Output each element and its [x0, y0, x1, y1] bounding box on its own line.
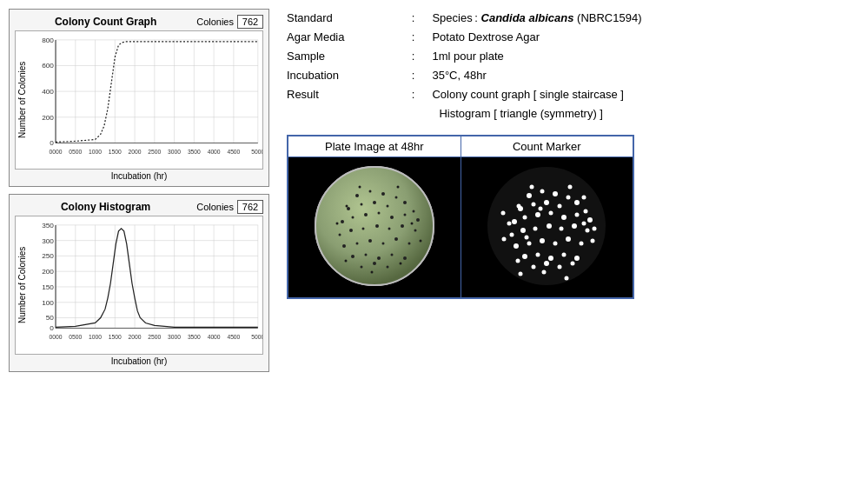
svg-text:1000: 1000 — [89, 334, 102, 340]
right-panel: Standard : Species : Candida albicans (N… — [278, 9, 859, 470]
svg-point-129 — [532, 202, 536, 206]
svg-point-153 — [580, 241, 584, 245]
svg-point-105 — [407, 242, 410, 244]
svg-point-175 — [501, 210, 506, 215]
svg-text:3000: 3000 — [168, 149, 181, 155]
colony-count-value: 762 — [237, 15, 263, 29]
svg-text:0: 0 — [50, 140, 54, 148]
colony-histogram-title: Colony Histogram — [15, 201, 196, 213]
result-line2: Histogram [ triangle (symmetry) ] — [432, 104, 859, 123]
svg-point-109 — [390, 253, 393, 256]
svg-point-169 — [516, 258, 520, 263]
colony-histogram-y-axis-label: Number of Colonies — [16, 216, 29, 354]
svg-point-148 — [514, 243, 519, 249]
colony-count-title: Colony Count Graph — [15, 16, 196, 28]
svg-text:4500: 4500 — [227, 334, 240, 340]
svg-point-90 — [390, 216, 394, 219]
count-marker-header: Count Marker — [461, 136, 633, 157]
svg-text:1000: 1000 — [89, 149, 102, 155]
svg-point-159 — [532, 264, 536, 269]
svg-text:0000: 0000 — [50, 334, 63, 340]
result-colon: : — [412, 85, 433, 123]
plate-image-cell — [288, 156, 461, 298]
svg-point-87 — [351, 216, 354, 218]
svg-point-126 — [553, 191, 558, 196]
info-row-result: Result : Colony count graph [ single sta… — [287, 85, 859, 123]
svg-point-167 — [571, 261, 575, 265]
colony-count-chart-area: Number of Colonies — [15, 30, 263, 170]
sample-label: Sample — [287, 47, 412, 66]
svg-point-170 — [507, 221, 512, 225]
info-row-incubation: Incubation : 35°C, 48hr — [287, 66, 859, 85]
colony-count-svg: 800 600 400 200 0 0000 0500 1000 1500 20… — [29, 31, 262, 169]
standard-label: Standard — [287, 9, 412, 28]
svg-point-96 — [375, 224, 379, 228]
standard-colon: : — [412, 9, 433, 28]
svg-text:400: 400 — [42, 88, 54, 96]
info-row-agar: Agar Media : Potato Dextrose Agar — [287, 28, 859, 47]
svg-point-161 — [558, 264, 562, 269]
svg-point-145 — [560, 226, 564, 230]
colony-histogram-chart-area: Number of Colonies — [15, 216, 263, 355]
svg-point-176 — [502, 236, 507, 241]
svg-point-111 — [360, 265, 362, 268]
svg-text:350: 350 — [42, 222, 54, 230]
svg-point-135 — [523, 215, 527, 219]
svg-text:3000: 3000 — [168, 334, 181, 340]
svg-point-177 — [519, 271, 523, 276]
svg-point-97 — [388, 227, 390, 230]
svg-text:4000: 4000 — [208, 334, 221, 340]
agar-label: Agar Media — [287, 28, 412, 47]
svg-point-88 — [364, 213, 368, 216]
colony-count-colonies-label: Colonies 762 — [196, 15, 263, 29]
svg-point-130 — [544, 200, 549, 205]
svg-text:0: 0 — [50, 325, 54, 333]
svg-text:4500: 4500 — [227, 149, 240, 155]
images-table: Plate Image at 48hr Count Marker — [287, 135, 634, 299]
svg-text:0000: 0000 — [50, 149, 63, 155]
svg-point-122 — [335, 222, 338, 224]
count-marker-svg — [481, 161, 612, 291]
info-row-sample: Sample : 1ml pour plate — [287, 47, 859, 66]
svg-text:0500: 0500 — [69, 334, 82, 340]
svg-point-178 — [565, 276, 569, 280]
svg-point-141 — [510, 232, 514, 236]
svg-point-110 — [403, 256, 407, 260]
svg-point-171 — [539, 206, 543, 210]
svg-point-86 — [341, 220, 344, 223]
svg-point-84 — [403, 201, 407, 204]
svg-point-125 — [540, 189, 545, 193]
svg-text:2000: 2000 — [129, 149, 142, 155]
svg-point-106 — [351, 255, 354, 258]
svg-point-82 — [373, 201, 376, 204]
colony-histogram-box: Colony Histogram Colonies 762 Number of … — [9, 194, 269, 372]
colony-histogram-value: 762 — [237, 200, 263, 214]
svg-text:4000: 4000 — [208, 149, 221, 155]
svg-point-80 — [347, 207, 350, 210]
svg-point-165 — [582, 221, 586, 225]
svg-point-166 — [591, 238, 595, 243]
svg-point-78 — [381, 192, 385, 196]
svg-text:250: 250 — [42, 253, 54, 261]
svg-point-83 — [386, 204, 388, 207]
sample-colon: : — [412, 47, 433, 66]
svg-point-107 — [364, 253, 367, 256]
svg-point-99 — [414, 229, 416, 231]
svg-point-151 — [553, 241, 558, 245]
colony-histogram-chart-inner: 350 300 250 200 150 100 50 0 0000 0500 1… — [29, 216, 262, 354]
svg-point-95 — [361, 227, 364, 230]
svg-point-132 — [574, 200, 580, 205]
svg-point-150 — [540, 238, 545, 243]
svg-point-147 — [586, 228, 590, 232]
plate-svg — [309, 161, 440, 291]
svg-point-157 — [562, 252, 567, 256]
colony-histogram-x-label: Incubation (hr) — [15, 356, 263, 366]
svg-point-144 — [547, 223, 552, 229]
count-marker-cell — [461, 156, 633, 298]
svg-point-100 — [342, 244, 346, 248]
svg-text:0500: 0500 — [69, 149, 82, 155]
svg-point-156 — [548, 256, 553, 261]
info-row-standard: Standard : Species : Candida albicans (N… — [287, 9, 859, 28]
colony-histogram-svg: 350 300 250 200 150 100 50 0 0000 0500 1… — [29, 216, 262, 354]
nbrc-code: (NBRC1594) — [577, 11, 641, 24]
